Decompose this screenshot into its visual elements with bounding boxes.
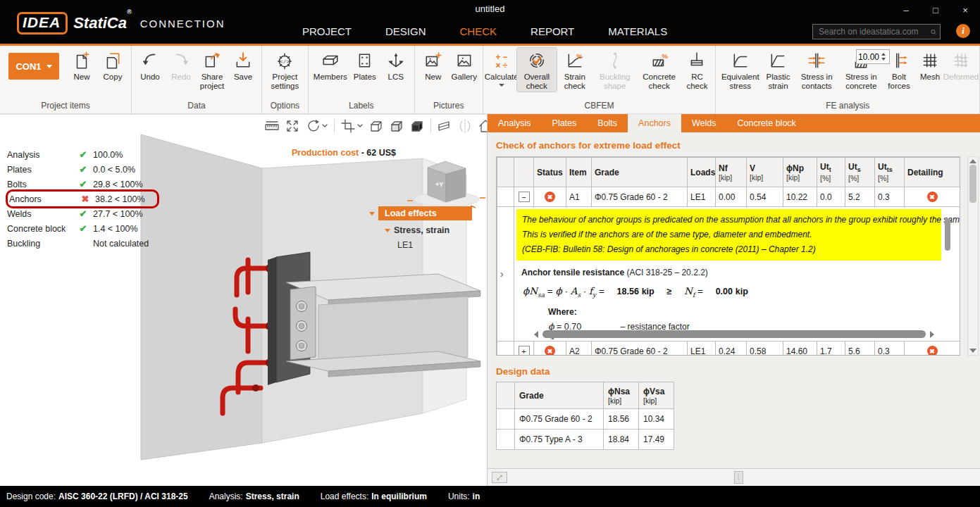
minimize-button[interactable]: – — [891, 0, 921, 20]
scroll-right-icon[interactable] — [930, 331, 934, 338]
cube-shaded-icon[interactable] — [390, 119, 404, 133]
ribbon-button-plates-labels[interactable]: Plates — [349, 48, 380, 82]
status-load-effects: Load effects:In equilibrium — [321, 492, 427, 501]
panel-vertical-scrollbar[interactable] — [967, 156, 979, 356]
ribbon-button-copy-project-item[interactable]: Copy — [97, 48, 128, 82]
ribbon-button-plastic-strain[interactable]: Plastic strain — [762, 48, 795, 92]
concrete-check-icon: % — [650, 50, 669, 71]
summary-row-analysis[interactable]: Analysis ✔ 100.0% — [7, 147, 158, 162]
tab-concrete-block[interactable]: Concrete block — [726, 114, 806, 132]
tab-bolts[interactable]: Bolts — [587, 114, 628, 132]
stress-in-contacts-icon — [807, 50, 826, 71]
tab-anchors[interactable]: Anchors — [628, 114, 681, 132]
rotate-view-icon[interactable] — [306, 119, 328, 133]
ribbon-button-mesh[interactable]: Mesh — [914, 48, 945, 82]
detail-gutter-chevron[interactable]: › — [497, 207, 514, 342]
ribbon-button-members-labels[interactable]: Members — [311, 48, 349, 82]
summary-row-anchors[interactable]: Anchors ✖ 38.2 < 100% — [9, 192, 156, 206]
scroll-left-icon[interactable] — [534, 331, 538, 338]
save-icon — [234, 50, 252, 71]
scrollbar-thumb[interactable] — [542, 330, 926, 338]
axes-icon — [387, 50, 405, 71]
menu-check[interactable]: CHECK — [443, 18, 514, 44]
ribbon-button-overall-check[interactable]: Overall check — [517, 48, 557, 92]
ribbon-group-labels: Members Plates LCS Labels — [309, 46, 415, 113]
tree-node-stress-strain[interactable]: Stress, strain — [385, 225, 482, 235]
design-data-row[interactable]: Φ0.75 Type A - 3 18.84 17.49 — [497, 430, 674, 450]
summary-row-plates[interactable]: Plates ✔ 0.0 < 5.0% — [7, 162, 158, 177]
cell-nf: 0.00 — [716, 187, 747, 207]
tree-root-label: Load effects — [378, 206, 472, 220]
ribbon-button-undo[interactable]: Undo — [135, 48, 166, 82]
deformed-mesh-icon — [952, 50, 970, 71]
cell-utts: 0.3 — [875, 342, 905, 356]
cell-uts: 5.6 — [845, 342, 875, 356]
equivalent-stress-icon — [731, 50, 750, 71]
detail-vertical-scrollbar[interactable] — [944, 210, 951, 327]
main-menu: PROJECT DESIGN CHECK REPORT MATERIALS — [285, 18, 684, 44]
col-v: V[kip] — [747, 158, 783, 187]
zoom-fit-icon[interactable] — [285, 119, 299, 133]
cube-solid-icon[interactable] — [410, 119, 424, 133]
plate-icon — [356, 50, 374, 71]
scroll-up-icon[interactable] — [969, 159, 976, 163]
measure-icon[interactable] — [265, 119, 279, 133]
expand-panel-button[interactable]: ⤢ — [492, 472, 507, 483]
splitter-handle[interactable]: ⁞ — [734, 471, 743, 484]
ribbon-button-lcs-labels[interactable]: LCS — [380, 48, 411, 82]
ribbon-button-new-picture[interactable]: New — [418, 48, 449, 82]
scale-spinner — [856, 49, 890, 64]
maximize-button[interactable]: □ — [921, 0, 950, 20]
connection-selector[interactable]: CON1 — [8, 53, 59, 80]
member-box-icon — [321, 50, 340, 71]
nav-cube-face-label: +Y — [435, 181, 443, 188]
ribbon-button-concrete-check[interactable]: % Concrete check — [637, 48, 682, 92]
collapse-row-button[interactable]: − — [519, 192, 530, 202]
summary-row-concrete-block[interactable]: Concrete block ✔ 1.4 < 100% — [7, 221, 158, 236]
crop-tool-icon[interactable] — [341, 119, 363, 133]
ribbon-button-stress-in-contacts[interactable]: Stress in contacts — [795, 48, 839, 92]
scrollbar-thumb[interactable] — [969, 165, 976, 203]
cell-item: A1 — [566, 187, 592, 207]
ribbon-button-gallery[interactable]: Gallery — [449, 48, 480, 82]
ribbon-button-new-project-item[interactable]: New — [66, 48, 97, 82]
menu-report[interactable]: REPORT — [514, 18, 591, 44]
ribbon-button-rc-check[interactable]: RC check — [681, 48, 712, 92]
detail-horizontal-scrollbar[interactable] — [534, 330, 934, 339]
expand-row-button[interactable]: + — [519, 346, 530, 356]
ribbon-group-data: Undo Redo Share project Save Data — [132, 46, 262, 113]
new-document-icon — [73, 50, 91, 71]
summary-row-welds[interactable]: Welds ✔ 27.7 < 100% — [7, 206, 158, 221]
design-data-row[interactable]: Φ0.75 Grade 60 - 2 18.56 10.34 — [497, 409, 674, 430]
logo-product: CONNECTION — [140, 18, 225, 30]
info-button[interactable]: i — [956, 24, 970, 38]
ribbon-button-strain-check[interactable]: % Strain check — [557, 48, 593, 92]
spinner-arrows[interactable] — [881, 53, 886, 61]
tree-node-le1[interactable]: LE1 — [397, 240, 482, 250]
ribbon-button-project-settings[interactable]: </> Project settings — [265, 48, 305, 92]
production-cost-sep: - — [361, 148, 364, 158]
ribbon-button-calculate[interactable]: + −× ÷ Calculate — [486, 48, 517, 87]
tab-analysis[interactable]: Analysis — [488, 114, 542, 132]
table-row-a1[interactable]: − ✖ A1 Φ0.75 Grade 60 - 2 LE1 0.00 0.54 … — [497, 187, 960, 207]
tab-plates[interactable]: Plates — [542, 114, 588, 132]
tree-node-load-effects[interactable]: Load effects — [369, 206, 482, 220]
viewport-3d: +Y Analysis ✔ 100.0% Pla — [0, 114, 486, 486]
menu-project[interactable]: PROJECT — [285, 18, 368, 44]
table-row-a2[interactable]: + ✖ A2 Φ0.75 Grade 60 - 2 LE1 0.24 0.58 … — [497, 342, 960, 356]
ribbon-button-share-project[interactable]: Share project — [197, 48, 228, 92]
ribbon-button-save[interactable]: Save — [228, 48, 259, 82]
section-view-icon[interactable] — [438, 119, 452, 133]
menu-materials[interactable]: MATERIALS — [591, 18, 684, 44]
cube-wireframe-icon[interactable] — [369, 119, 383, 133]
menu-design[interactable]: DESIGN — [368, 18, 443, 44]
ribbon-button-equivalent-stress[interactable]: Equivalent stress — [719, 48, 762, 92]
scrollbar-thumb[interactable] — [945, 218, 950, 251]
tab-welds[interactable]: Welds — [681, 114, 727, 132]
scale-input[interactable] — [857, 52, 879, 62]
scroll-down-icon[interactable] — [969, 349, 976, 353]
search-input[interactable] — [813, 27, 931, 37]
cell-loads: LE1 — [688, 342, 716, 356]
summary-row-buckling[interactable]: Buckling Not calculated — [7, 236, 158, 251]
close-button[interactable]: × — [950, 0, 980, 20]
